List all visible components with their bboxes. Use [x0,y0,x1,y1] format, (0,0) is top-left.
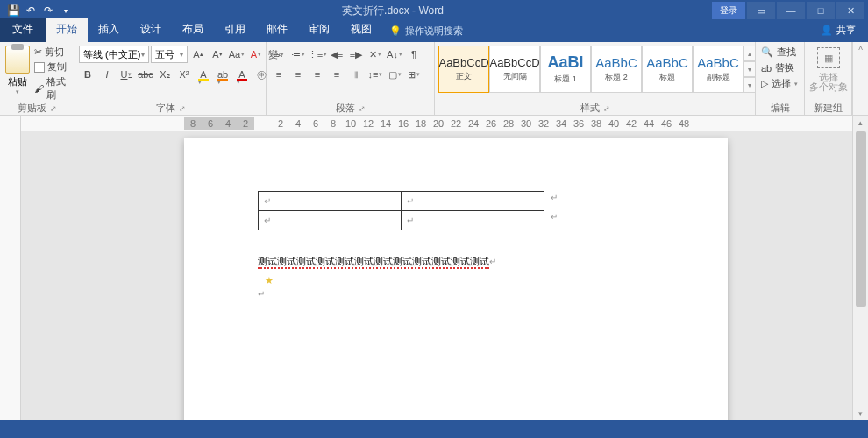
collapse-ribbon-button[interactable]: ^ [852,42,868,115]
tell-me-search[interactable]: 💡 操作说明搜索 [382,25,470,42]
ruler-tick: 32 [535,118,552,129]
redo-icon[interactable]: ↷ [40,3,56,18]
numbering-button[interactable]: ≔ [289,46,307,63]
format-painter-button[interactable]: 🖌格式刷 [34,75,71,102]
undo-icon[interactable]: ↶ [23,3,39,18]
maximize-icon[interactable]: □ [807,2,835,19]
increase-indent-button[interactable]: ≡▶ [347,46,365,63]
style-subtitle[interactable]: AaBbC副标题 [693,46,743,93]
select-button[interactable]: ▷选择▾ [761,77,798,90]
find-button[interactable]: 🔍查找 [761,46,798,59]
strike-button[interactable]: abc [137,66,154,83]
ruler-tick: 14 [377,118,395,129]
editing-group-label: 编辑 [771,102,790,115]
tab-file[interactable]: 文件 [0,18,46,42]
text-effects-button[interactable]: A [195,66,212,83]
style-preview: AaBbC [595,55,637,70]
table-cell[interactable]: ↵ [402,192,544,211]
tab-layout[interactable]: 布局 [172,18,214,42]
style-preview: AaBbC [697,55,739,70]
style-nospacing[interactable]: AaBbCcD无间隔 [489,46,540,93]
borders-button[interactable]: ⊞ [405,66,423,83]
font-color-button[interactable]: A [233,66,251,83]
style-title[interactable]: AaBbC标题 [642,46,693,93]
subsuper-button[interactable]: X₂ [156,66,174,83]
justify-button[interactable]: ≡ [328,66,345,83]
paragraph-text[interactable]: 测试测试测试测试测试测试测试测试测试测试测试测试↵ [258,252,496,268]
replace-label: 替换 [775,61,794,74]
decrease-indent-button[interactable]: ◀≡ [328,46,345,63]
ribbon-display-icon[interactable]: ▭ [747,2,775,19]
style-normal[interactable]: AaBbCcD正文 [438,46,489,93]
style-heading1[interactable]: AaBl标题 1 [540,46,591,93]
asian-layout-button[interactable]: ✕ [366,46,384,63]
table-row[interactable]: ↵↵ [259,211,544,230]
bullets-button[interactable]: ≡ [270,46,288,63]
select-pane-icon[interactable]: ▦ [817,47,840,68]
highlight-button[interactable]: ab [214,66,231,83]
superscript-button[interactable]: X² [175,66,193,83]
font-name-select[interactable]: 等线 (中文正)▾ [79,46,149,63]
sort-button[interactable]: A↓ [386,46,403,63]
tab-mailings[interactable]: 邮件 [256,18,298,42]
qat-customize-icon[interactable]: ▾ [58,3,74,18]
tab-review[interactable]: 审阅 [298,18,340,42]
replace-button[interactable]: ab替换 [761,61,798,74]
underline-button[interactable]: U [117,66,135,83]
document-table[interactable]: ↵↵ ↵↵ [258,191,544,230]
page[interactable]: ↵↵ ↵↵ ↵ ↵ 测试测试测试测试测试测试测试测试测试测试测试测试↵ ★ ↵ [184,138,728,420]
table-row[interactable]: ↵↵ [259,192,544,211]
vertical-scrollbar[interactable]: ▴ ▾ [852,116,868,420]
distribute-button[interactable]: ⫴ [347,66,365,83]
font-size-select[interactable]: 五号▾ [151,46,188,63]
scroll-down-icon[interactable]: ▾ [853,406,868,420]
align-left-button[interactable]: ≡ [270,66,288,83]
align-center-button[interactable]: ≡ [289,66,307,83]
horizontal-ruler[interactable]: 8642246810121416182022242628303234363840… [21,116,868,131]
copy-button[interactable]: 复制 [34,60,71,74]
share-button[interactable]: 👤 共享 [808,19,868,42]
scroll-thumb[interactable] [856,131,866,307]
align-right-button[interactable]: ≡ [309,66,326,83]
shrink-font-button[interactable]: A▾ [209,46,226,63]
tab-design[interactable]: 设计 [130,18,172,42]
styles-scroll[interactable]: ▴▾▾ [743,46,756,93]
bulb-icon: 💡 [389,25,402,37]
italic-button[interactable]: I [98,66,116,83]
vertical-ruler[interactable] [0,116,21,420]
paste-button[interactable]: 粘贴 ▾ [4,44,32,95]
cut-button[interactable]: ✂剪切 [34,46,71,59]
save-icon[interactable]: 💾 [5,3,21,18]
style-heading2[interactable]: AaBbC标题 2 [591,46,642,93]
table-cell[interactable]: ↵ [402,211,544,230]
dialog-launcher-icon[interactable]: ⤢ [179,104,186,113]
login-button[interactable]: 登录 [712,2,745,19]
dialog-launcher-icon[interactable]: ⤢ [50,104,57,113]
multilevel-button[interactable]: ⋮≡ [309,46,326,63]
change-case-button[interactable]: Aa [228,46,245,63]
tab-view[interactable]: 视图 [340,18,382,42]
styles-expand-icon[interactable]: ▾ [743,77,756,93]
ruler-tick: 8 [184,117,202,130]
line-spacing-button[interactable]: ↕≡ [366,66,384,83]
document-area[interactable]: ↵↵ ↵↵ ↵ ↵ 测试测试测试测试测试测试测试测试测试测试测试测试↵ ★ ↵ [21,131,852,420]
tab-home[interactable]: 开始 [46,18,88,42]
minimize-icon[interactable]: ― [777,2,805,19]
table-cell[interactable]: ↵ [259,192,402,211]
tab-references[interactable]: 引用 [214,18,256,42]
clear-format-button[interactable]: A [247,46,265,63]
paragraph-content: 测试测试测试测试测试测试测试测试测试测试测试测试 [258,256,489,269]
table-cell[interactable]: ↵ [259,211,402,230]
close-icon[interactable]: ✕ [836,2,864,19]
scroll-up-icon[interactable]: ▴ [853,116,868,130]
shading-button[interactable]: ▢ [386,66,403,83]
chevron-up-icon[interactable]: ▴ [743,46,756,61]
chevron-down-icon[interactable]: ▾ [743,61,756,77]
dialog-launcher-icon[interactable]: ⤢ [603,104,610,113]
show-marks-button[interactable]: ¶ [405,46,423,63]
bold-button[interactable]: B [79,66,96,83]
ruler-tick: 4 [289,118,307,129]
dialog-launcher-icon[interactable]: ⤢ [359,104,366,113]
grow-font-button[interactable]: A▴ [189,46,207,63]
tab-insert[interactable]: 插入 [88,18,130,42]
